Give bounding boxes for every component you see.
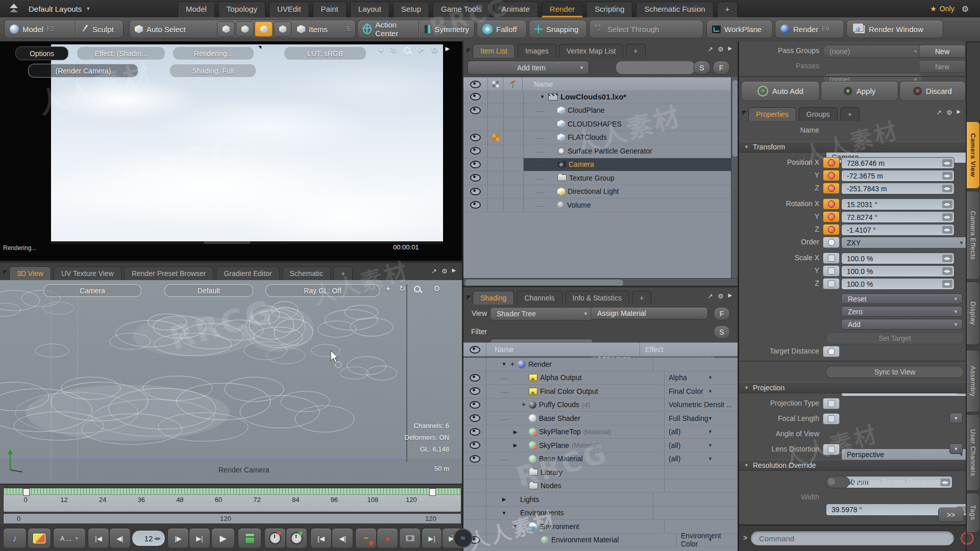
expand-icon[interactable]: ↗ bbox=[418, 45, 424, 55]
shading-s-button[interactable]: S bbox=[714, 325, 730, 339]
gear-icon[interactable]: ⚙ bbox=[718, 292, 724, 300]
layout-tab[interactable]: Render bbox=[542, 2, 583, 17]
set-target-button[interactable]: Set Target bbox=[826, 332, 964, 344]
channel-toggle[interactable] bbox=[823, 224, 840, 235]
current-frame-field[interactable]: 12 ◀▶ bbox=[132, 530, 165, 546]
channel-value-field[interactable]: 100.0 % ◀▶ ▼ bbox=[841, 253, 954, 264]
item-list-tab[interactable]: + bbox=[626, 44, 645, 58]
goto-first-frame-button[interactable]: |◀ bbox=[88, 528, 109, 548]
item-row[interactable]: Surface Particle Generator bbox=[463, 144, 731, 158]
expand-icon[interactable]: ↗ bbox=[707, 45, 713, 53]
effect-dropdown-icon[interactable]: ▼ bbox=[708, 456, 713, 461]
item-row[interactable]: CLOUDSHAPES bbox=[463, 117, 731, 131]
expander-icon[interactable]: ▶ bbox=[512, 442, 519, 448]
item-list-tab[interactable]: Vertex Map List bbox=[559, 44, 624, 58]
shader-row[interactable]: ▼ Environments ▼ bbox=[463, 507, 739, 520]
expand-icon[interactable]: ↗ bbox=[936, 109, 942, 116]
eye-icon[interactable] bbox=[470, 387, 480, 395]
effect-dropdown-icon[interactable]: ▼ bbox=[708, 389, 713, 394]
record-button[interactable]: ● bbox=[377, 528, 398, 548]
shading-f-button[interactable]: F bbox=[714, 307, 730, 320]
item-list-tab[interactable]: Images bbox=[518, 44, 556, 58]
layout-switcher[interactable]: Default Layouts ▼ bbox=[29, 0, 90, 17]
expander-icon[interactable]: ▶ bbox=[512, 429, 519, 435]
shader-row[interactable]: Base Shader Full Shading ▼ bbox=[463, 412, 739, 425]
shader-row[interactable]: Library ▼ bbox=[463, 466, 739, 480]
side-tab[interactable]: Tags bbox=[967, 493, 980, 533]
command-input[interactable] bbox=[750, 531, 954, 546]
zoom-icon[interactable] bbox=[414, 286, 421, 292]
shader-view-dropdown[interactable]: Shader Tree▼ bbox=[490, 307, 593, 320]
plus-icon[interactable]: + bbox=[521, 401, 526, 408]
timeline-end-handle[interactable] bbox=[429, 488, 436, 496]
pass-groups-new-button[interactable]: New bbox=[919, 45, 966, 58]
gear-icon[interactable]: ⚙ bbox=[962, 4, 969, 14]
spinner-icon[interactable]: ◀▶ bbox=[942, 185, 952, 192]
viewport-3d[interactable]: Camera Default Ray GL: Off + ↻ ⚙ Channel… bbox=[0, 280, 463, 484]
item-row[interactable]: Volume bbox=[463, 198, 731, 212]
gear-icon[interactable]: ⚙ bbox=[442, 267, 448, 275]
layout-tab[interactable]: Schematic Fusion bbox=[636, 2, 713, 17]
edges-mode-button[interactable] bbox=[236, 21, 254, 37]
channel-toggle[interactable] bbox=[823, 157, 840, 168]
eye-icon[interactable] bbox=[470, 188, 481, 195]
panel-corner-icon[interactable] bbox=[467, 295, 471, 300]
side-tab[interactable]: Assembly bbox=[967, 350, 980, 412]
previous-key-button[interactable]: [◀ bbox=[310, 528, 332, 548]
rotate-icon[interactable]: ↻ bbox=[399, 284, 406, 293]
gradient-envelope-button[interactable] bbox=[28, 528, 51, 548]
override-resolution-checkbox[interactable] bbox=[826, 476, 849, 488]
plus-icon[interactable]: + bbox=[510, 361, 515, 368]
expander-icon[interactable]: ▶ bbox=[501, 496, 507, 502]
assign-material-button[interactable]: Assign Material bbox=[591, 307, 708, 319]
expander-icon[interactable]: ▼ bbox=[512, 523, 519, 529]
pan-icon[interactable]: + bbox=[386, 284, 390, 293]
channel-toggle[interactable] bbox=[823, 198, 840, 210]
layout-tab[interactable]: Topology bbox=[218, 2, 265, 17]
pan-icon[interactable]: + bbox=[379, 45, 383, 55]
timeline-ruler[interactable]: 01224364860728496108120 bbox=[3, 488, 461, 512]
preview-shading-button[interactable]: Shading: Full bbox=[169, 64, 256, 78]
passes-new-button[interactable]: New bbox=[919, 60, 966, 73]
viewport-camera-button[interactable]: Camera bbox=[43, 284, 141, 297]
preview-options-button[interactable]: Options bbox=[15, 46, 68, 60]
item-row[interactable]: ▼ LowClouds01.lxo* bbox=[463, 90, 731, 104]
layout-tab[interactable]: Layout bbox=[350, 2, 389, 17]
sync-to-view-button[interactable]: Sync to View bbox=[826, 366, 964, 378]
channel-value-field[interactable]: 72.8274 ° ◀▶ ▼ bbox=[841, 211, 954, 223]
timeline-range-bar[interactable]: 0 120 120 bbox=[3, 513, 461, 524]
item-row[interactable]: Camera bbox=[463, 158, 731, 172]
expander-icon[interactable]: ▼ bbox=[539, 94, 546, 99]
action-dropdown[interactable]: A ...▼ bbox=[53, 528, 86, 548]
shader-row[interactable]: Final Color Output Final Color ▼ bbox=[463, 385, 739, 398]
shader-row[interactable]: Alpha Output Alpha ▼ bbox=[463, 371, 739, 385]
viewport-tab[interactable]: Gradient Editor bbox=[216, 266, 279, 280]
record-macro-button[interactable] bbox=[961, 532, 974, 545]
shading-tab[interactable]: + bbox=[632, 291, 651, 305]
panel-menu-icon[interactable]: ▶ bbox=[452, 267, 456, 275]
gear-icon[interactable]: ⚙ bbox=[433, 284, 440, 293]
spinner-icon[interactable]: ◀▶ bbox=[942, 280, 952, 288]
auto-select-button[interactable]: Auto Select bbox=[130, 20, 216, 38]
lens-distortion-toggle[interactable] bbox=[823, 444, 840, 455]
key-out-button[interactable] bbox=[286, 528, 307, 548]
eye-icon[interactable] bbox=[470, 441, 480, 449]
eye-icon[interactable] bbox=[470, 201, 481, 209]
panel-corner-icon[interactable] bbox=[3, 270, 8, 274]
target-distance-toggle[interactable] bbox=[823, 346, 840, 357]
eye-icon[interactable] bbox=[470, 161, 481, 168]
expander-icon[interactable]: ▼ bbox=[501, 510, 507, 516]
properties-tab[interactable]: + bbox=[840, 107, 860, 121]
spinner-icon[interactable]: ◀▶ bbox=[942, 213, 952, 221]
sculpt-mode-button[interactable]: Sculpt bbox=[76, 20, 119, 38]
only-toggle[interactable]: ★ Only ⚙ bbox=[930, 0, 969, 17]
actor-camera-button[interactable] bbox=[399, 528, 421, 548]
next-frame-button[interactable]: |▶ bbox=[167, 528, 189, 548]
viewport-tab[interactable]: Schematic bbox=[282, 266, 331, 280]
zero-button[interactable]: Zero▼ bbox=[841, 306, 963, 317]
channel-value-field[interactable]: 100.0 % ◀▶ ▼ bbox=[841, 278, 954, 290]
expand-panel-button[interactable]: >> bbox=[938, 508, 964, 522]
zoom-icon[interactable] bbox=[404, 47, 410, 54]
projection-type-toggle[interactable] bbox=[823, 398, 840, 409]
viewport-tab[interactable]: 3D View bbox=[9, 266, 51, 280]
